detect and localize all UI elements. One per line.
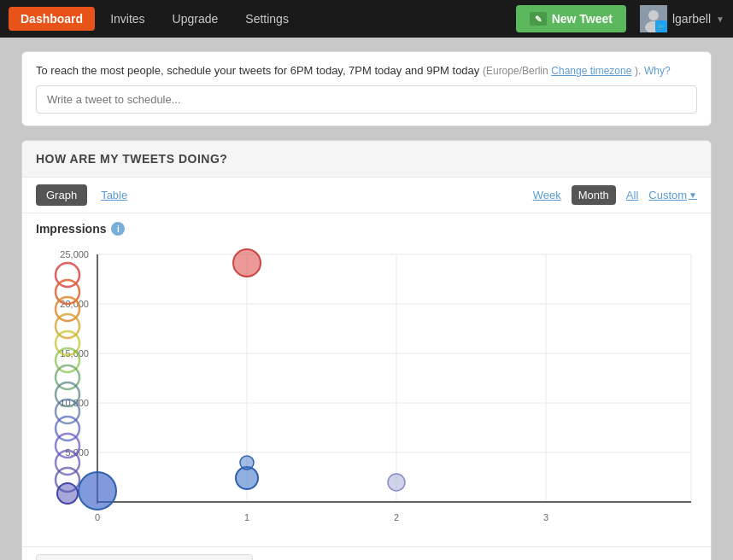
period-buttons: Week Month All Custom ▼: [526, 185, 697, 205]
svg-point-37: [57, 483, 78, 504]
new-tweet-button[interactable]: ✎ New Tweet: [516, 5, 626, 32]
chart-title: Impressions: [36, 222, 106, 236]
new-tweet-label: New Tweet: [552, 12, 613, 26]
invites-nav-btn[interactable]: Invites: [98, 7, 156, 31]
chart-container: Impressions i 25,000 20,000 15,000 10,00…: [22, 213, 711, 560]
svg-text:3: 3: [543, 512, 548, 522]
period-custom-label: Custom: [648, 189, 687, 201]
top-navigation: Dashboard Invites Upgrade Settings ✎ New…: [0, 0, 733, 38]
schedule-text: To reach the most people, schedule your …: [36, 64, 697, 77]
svg-point-40: [236, 467, 258, 489]
svg-point-1: [648, 10, 659, 20]
tweets-panel-header: HOW ARE MY TWEETS DOING?: [22, 141, 711, 178]
svg-text:0: 0: [95, 512, 100, 522]
scatter-chart: 25,000 20,000 15,000 10,000 5,000: [36, 239, 697, 546]
user-dropdown-arrow[interactable]: ▼: [716, 15, 724, 24]
period-week-btn[interactable]: Week: [526, 185, 568, 205]
period-custom-dropdown[interactable]: Custom ▼: [648, 189, 697, 201]
period-month-btn[interactable]: Month: [572, 185, 616, 205]
svg-point-38: [79, 472, 116, 510]
tweets-panel: HOW ARE MY TWEETS DOING? Graph Table Wee…: [21, 140, 712, 560]
dashboard-nav-btn[interactable]: Dashboard: [9, 7, 95, 31]
avatar: 🐦: [640, 5, 667, 32]
svg-point-41: [240, 456, 254, 470]
svg-text:25,000: 25,000: [60, 249, 89, 260]
change-timezone-link[interactable]: Change timezone: [551, 65, 631, 77]
impressions-info-icon[interactable]: i: [111, 222, 125, 236]
svg-point-39: [233, 249, 261, 277]
custom-caret-icon: ▼: [689, 190, 697, 200]
chart-header: Impressions i: [22, 222, 711, 239]
recommendation-text: To reach the most people, schedule your …: [36, 64, 479, 77]
timezone-label: (Europe/Berlin: [483, 65, 548, 77]
svg-text:2: 2: [394, 512, 399, 522]
svg-point-42: [388, 474, 405, 491]
settings-nav-btn[interactable]: Settings: [233, 7, 301, 31]
username-label: lgarbell: [672, 12, 711, 26]
twitter-icon: 🐦: [655, 20, 667, 32]
schedule-recommendation-box: To reach the most people, schedule your …: [21, 51, 712, 126]
legend-row: No replies More replies Retweets i: [22, 546, 711, 560]
timezone-close: ).: [635, 65, 641, 77]
upgrade-nav-btn[interactable]: Upgrade: [161, 7, 231, 31]
period-all-btn[interactable]: All: [619, 185, 645, 205]
why-link[interactable]: Why?: [644, 65, 671, 77]
user-area: 🐦 lgarbell ▼: [640, 5, 724, 32]
panel-title: HOW ARE MY TWEETS DOING?: [36, 152, 227, 166]
schedule-tweet-input[interactable]: [36, 85, 697, 114]
tweet-icon: ✎: [530, 12, 547, 26]
svg-text:1: 1: [244, 512, 249, 522]
tabs-row: Graph Table Week Month All Custom ▼: [22, 178, 711, 213]
tab-table[interactable]: Table: [91, 184, 138, 206]
tab-graph[interactable]: Graph: [36, 184, 87, 206]
replies-legend: No replies More replies: [36, 554, 253, 560]
